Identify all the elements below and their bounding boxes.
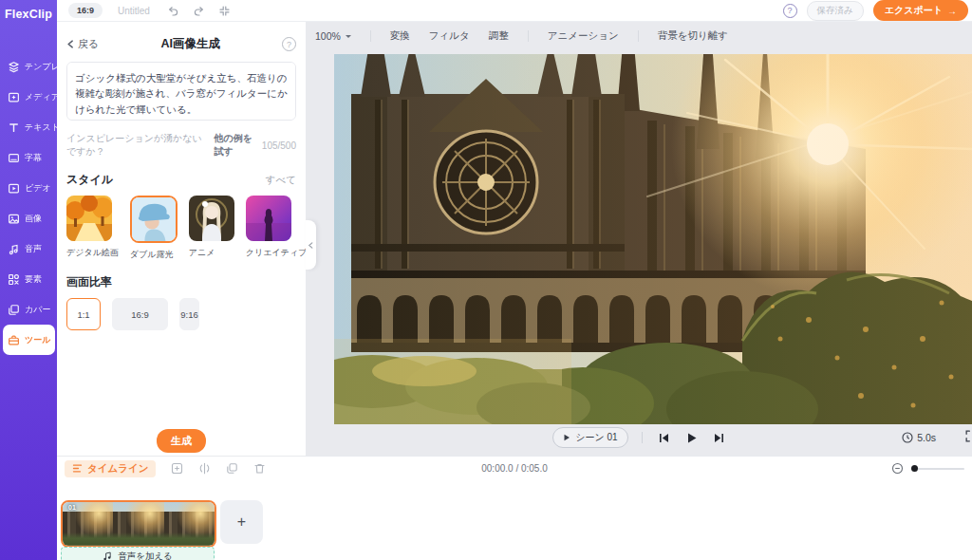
timeline-toggle[interactable]: タイムライン (65, 460, 156, 477)
tool-remove-background[interactable]: 背景を切り離す (658, 29, 728, 43)
ratio-option-16-9[interactable]: 16:9 (112, 298, 168, 330)
flexclip-logo: FlexClip (0, 0, 57, 28)
style-thumb-anime (189, 196, 234, 241)
delete-icon[interactable] (253, 462, 266, 475)
project-ratio-badge[interactable]: 16:9 (68, 3, 103, 18)
back-button[interactable]: 戻る (66, 37, 99, 51)
add-clip-icon[interactable] (171, 462, 183, 475)
toolbar-divider (370, 30, 371, 42)
next-scene-icon[interactable] (713, 432, 725, 444)
ratio-options: 1:1 16:9 9:16 (66, 298, 296, 330)
timeline-toolbar: タイムライン 00:00.0 / 0:05.0 (57, 456, 972, 480)
sidebar-item-video[interactable]: ビデオ (0, 173, 57, 203)
top-header: 16:9 Untitled ? 保存済み エクスポート → (57, 0, 972, 22)
style-thumb-double-exposure (130, 196, 178, 243)
canvas-stage: 100% 変換 フィルタ 調整 アニメーション 背景を切り離す (306, 21, 972, 456)
project-title[interactable]: Untitled (118, 6, 150, 16)
style-label: クリエイティブ (246, 247, 307, 259)
sidebar-item-image[interactable]: 画像 (0, 203, 57, 233)
scene-label: シーン 01 (575, 431, 617, 444)
prompt-input[interactable]: ゴシック様式の大聖堂がそびえ立ち、石造りの複雑な彫刻が施され、バラ窓がフィルター… (66, 62, 296, 121)
play-icon[interactable] (685, 432, 698, 444)
elements-icon (8, 273, 20, 286)
try-examples-link[interactable]: 他の例を試す (214, 132, 261, 159)
sidebar-item-templates[interactable]: テンプレ... (0, 51, 57, 82)
undo-icon[interactable] (167, 5, 179, 17)
sidebar-item-label: 画像 (25, 213, 42, 225)
panel-collapse-handle[interactable] (306, 220, 316, 270)
sidebar-item-label: 字幕 (25, 152, 42, 164)
sidebar-item-text[interactable]: テキスト (0, 112, 57, 142)
help-icon[interactable]: ? (783, 4, 797, 18)
back-label: 戻る (78, 37, 99, 51)
clock-icon (902, 432, 913, 443)
add-scene-button[interactable]: + (220, 500, 263, 544)
toolbox-icon (8, 334, 20, 346)
style-thumb-creative (246, 196, 291, 241)
fullscreen-icon[interactable] (964, 429, 972, 447)
generate-button[interactable]: 生成 (157, 429, 206, 453)
add-audio-track[interactable]: 音声を加える (61, 547, 215, 560)
music-note-icon (103, 551, 112, 560)
ratio-section-header: 画面比率 (66, 274, 296, 290)
sidebar: FlexClip テンプレ... メディア テキスト 字幕 ビデオ (0, 0, 57, 560)
stage-toolbar: 100% 変換 フィルタ 調整 アニメーション 背景を切り離す (315, 27, 728, 46)
sidebar-item-cover[interactable]: カバー (0, 294, 57, 325)
cover-icon (8, 304, 20, 316)
panel-help-icon[interactable]: ? (282, 37, 296, 51)
ratio-option-1-1[interactable]: 1:1 (66, 298, 101, 330)
tool-animation[interactable]: アニメーション (548, 29, 619, 43)
shortcuts-grid-icon[interactable] (218, 5, 231, 17)
scene-selector[interactable]: シーン 01 (552, 427, 627, 448)
style-section-header: スタイル すべて (66, 172, 296, 188)
style-all-link[interactable]: すべて (266, 174, 296, 187)
zoom-slider-handle[interactable] (911, 465, 918, 472)
sidebar-item-label: カバー (25, 304, 50, 316)
duration-value: 5.0s (917, 432, 936, 443)
duplicate-icon[interactable] (226, 462, 238, 475)
zoom-select[interactable]: 100% (315, 30, 351, 42)
char-counter: 105/500 (262, 140, 296, 151)
canvas-image[interactable] (334, 54, 972, 424)
tool-transform[interactable]: 変換 (390, 29, 410, 43)
saved-status-badge: 保存済み (807, 1, 864, 21)
image-icon (8, 213, 20, 225)
timeline-zoom-slider[interactable] (911, 468, 964, 470)
toolbar-divider (638, 30, 639, 42)
style-option-creative[interactable]: クリエイティブ (246, 196, 307, 261)
ratio-title: 画面比率 (66, 274, 112, 290)
tool-filter[interactable]: フィルタ (429, 29, 470, 43)
sidebar-item-elements[interactable]: 要素 (0, 264, 57, 294)
chevron-left-icon (308, 242, 314, 249)
split-icon[interactable] (198, 462, 211, 475)
scene-duration[interactable]: 5.0s (902, 427, 936, 448)
sidebar-item-tools[interactable]: ツール (3, 325, 55, 355)
timeline-tracks: 01 + 音声を加える (57, 480, 972, 560)
sidebar-item-label: メディア (25, 91, 60, 103)
ratio-option-9-16[interactable]: 9:16 (179, 298, 199, 330)
video-clip[interactable]: 01 (61, 500, 216, 548)
redo-icon[interactable] (193, 5, 205, 17)
sidebar-item-audio[interactable]: 音声 (0, 233, 57, 264)
history-controls (167, 5, 231, 17)
export-label: エクスポート (885, 4, 943, 17)
zoom-value: 100% (315, 30, 341, 42)
flexclip-app: FlexClip テンプレ... メディア テキスト 字幕 ビデオ (0, 0, 972, 560)
timeline-label: タイムライン (87, 462, 148, 476)
style-option-anime[interactable]: アニメ (189, 196, 234, 261)
style-option-double-exposure[interactable]: ダブル露光 (130, 196, 178, 261)
export-button[interactable]: エクスポート → (873, 0, 968, 21)
sidebar-item-label: ツール (25, 334, 50, 346)
play-small-icon (563, 434, 570, 441)
style-option-digital-painting[interactable]: デジタル絵画 (66, 196, 119, 261)
previous-scene-icon[interactable] (658, 432, 670, 444)
sidebar-item-subtitles[interactable]: 字幕 (0, 142, 57, 173)
zoom-out-icon[interactable] (891, 462, 904, 475)
sidebar-item-media[interactable]: メディア (0, 82, 57, 112)
chevron-down-icon (346, 35, 351, 41)
playback-controls: シーン 01 (306, 427, 972, 448)
timecode-display: 00:00.0 / 0:05.0 (481, 463, 548, 474)
tool-adjust[interactable]: 調整 (489, 29, 509, 43)
panel-header: 戻る AI画像生成 ? (66, 36, 296, 52)
timeline-icon (72, 463, 83, 474)
